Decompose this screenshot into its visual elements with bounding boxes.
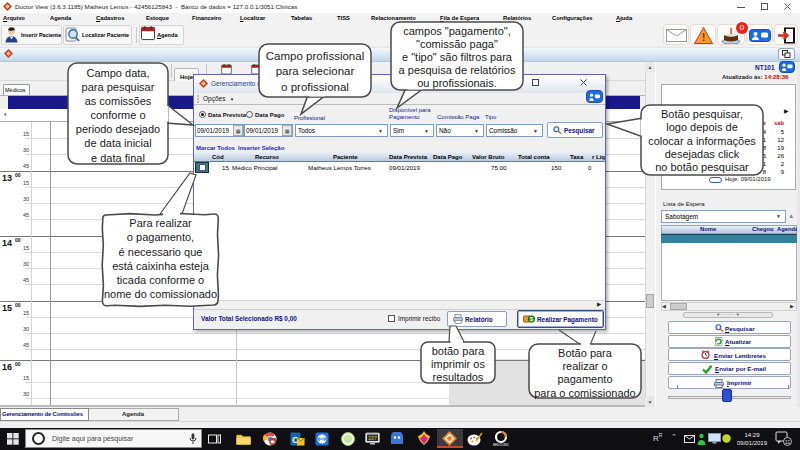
svg-text:MEDCLINIC: MEDCLINIC [493, 443, 509, 447]
svg-text:11: 11 [785, 439, 791, 445]
svg-text:237: 237 [368, 435, 377, 441]
